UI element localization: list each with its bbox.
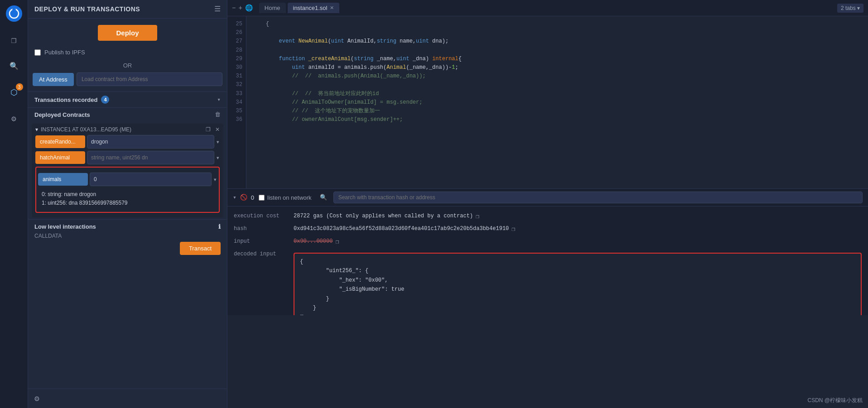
deploy-button[interactable]: Deploy [98, 25, 157, 41]
sidebar-menu-icon[interactable]: ☰ [214, 5, 221, 14]
contract-instance-header: ▾ INSTANCE1 AT 0XA13...EAD95 (ME) ❐ ✕ [35, 126, 220, 133]
tab-close-icon[interactable]: ✕ [330, 5, 334, 11]
nav-search-icon[interactable]: 🔍 [5, 57, 23, 75]
listen-row: listen on network [259, 194, 312, 201]
tx-details: execution cost 28722 gas (Cost only appl… [227, 206, 868, 315]
execution-cost-label: execution cost [234, 213, 288, 219]
tx-toolbar-icons: ▾ 🚫 0 [233, 194, 254, 201]
hash-copy[interactable]: ❐ [511, 226, 515, 233]
nav-plugin-icon[interactable]: ⚙ [5, 110, 23, 128]
input-strikethrough: 0x90...00000 [294, 238, 333, 245]
sidebar-bottom: ⚙ [28, 389, 227, 408]
listen-label: listen on network [267, 194, 312, 201]
zoom-out-icon[interactable]: − [232, 5, 236, 12]
input-value: 0x90...00000 ❐ [294, 238, 339, 245]
instance-copy-icon[interactable]: ❐ [206, 126, 211, 133]
publish-checkbox[interactable] [34, 49, 41, 56]
hash-row: hash 0xd941c3c0823a98c5ea56f52d88a023d60… [234, 223, 862, 235]
createrando-chevron[interactable]: ▾ [216, 138, 220, 146]
instance-chevron[interactable]: ▾ [35, 126, 38, 133]
instance1-tab-label: instance1.sol [293, 5, 328, 11]
hatchanimal-input[interactable] [87, 151, 214, 164]
animals-input[interactable] [90, 173, 212, 186]
globe-icon[interactable]: 🌐 [245, 4, 253, 12]
hatchanimal-chevron[interactable]: ▾ [216, 154, 220, 162]
home-tab-label: Home [265, 5, 280, 11]
low-level-section: Low level interactions ℹ CALLDATA Transa… [28, 219, 227, 259]
deployed-contracts-header[interactable]: Deployed Contracts 🗑 [28, 107, 227, 122]
animals-output: 0: string: name drogon 1: uint256: dna 8… [38, 188, 217, 209]
at-address-button[interactable]: At Address [33, 73, 74, 86]
home-tab[interactable]: Home [259, 3, 286, 13]
tx-chevron-icon[interactable]: ▾ [233, 194, 236, 201]
instance-close-icon[interactable]: ✕ [215, 126, 220, 133]
tx-ban-icon[interactable]: 🚫 [240, 194, 247, 201]
decoded-input-content: { "uint256_": { "_hex": "0x00", "_isBigN… [300, 257, 855, 312]
publish-row: Publish to IPFS [28, 47, 227, 60]
input-label: input [234, 238, 288, 245]
low-level-title: Low level interactions [34, 223, 96, 230]
animals-button[interactable]: animals [38, 173, 88, 186]
code-area: 25 26 27 28 29 30 31 32 33 34 35 36 { ev… [227, 16, 868, 188]
tx-toolbar: ▾ 🚫 0 listen on network 🔍 [227, 189, 868, 206]
nav-deploy-icon[interactable]: ⬡ 3 [5, 83, 23, 101]
animals-chevron[interactable]: ▾ [213, 176, 217, 183]
transact-button[interactable]: Transact [180, 242, 221, 255]
app-logo [5, 5, 23, 23]
createrando-input[interactable] [87, 135, 214, 149]
zoom-in-icon[interactable]: + [238, 5, 242, 12]
tabs-right: 2 tabs ▾ [837, 4, 863, 13]
animals-row: animals ▾ [38, 173, 217, 186]
transactions-header[interactable]: Transactions recorded 4 ▾ [28, 91, 227, 107]
input-row: input 0x90...00000 ❐ [234, 235, 862, 248]
settings-icon[interactable]: ⚙ [34, 394, 39, 403]
tx-count: 0 [251, 194, 254, 201]
transactions-chevron: ▾ [217, 96, 221, 103]
editor-zoom-controls: − + 🌐 [232, 4, 253, 12]
svg-point-2 [12, 8, 16, 12]
low-level-info-icon[interactable]: ℹ [218, 223, 221, 230]
deployed-title: Deployed Contracts [34, 111, 90, 118]
hatchanimal-button[interactable]: hatchAnimal [35, 151, 85, 164]
main-content: − + 🌐 Home instance1.sol ✕ 2 tabs ▾ 25 2… [227, 0, 868, 408]
hatchanimal-row: hatchAnimal ▾ [35, 151, 220, 164]
animals-output-1: 1: uint256: dna 8391566997885579 [42, 199, 213, 207]
code-content: { event NewAnimal(uint AnimalId,string n… [246, 16, 868, 188]
decoded-input-copy[interactable]: ❐ [300, 313, 304, 315]
createrando-row: createRando... ▾ [35, 135, 220, 149]
calldata-label: CALLDATA [34, 233, 221, 239]
decoded-input-row: decoded input { "uint256_": { "_hex": "0… [234, 248, 862, 315]
transaction-count: 4 [101, 96, 109, 104]
nav-file-icon[interactable]: ❐ [5, 31, 23, 49]
tx-panel: ▾ 🚫 0 listen on network 🔍 execution cost… [227, 188, 868, 315]
decoded-input-label: decoded input [234, 251, 288, 257]
tx-search-icon[interactable]: 🔍 [320, 194, 327, 201]
trash-icon[interactable]: 🗑 [215, 111, 221, 118]
createrando-button[interactable]: createRando... [35, 135, 85, 148]
nav-sidebar: ❐ 🔍 ⬡ 3 ⚙ [0, 0, 28, 408]
execution-cost-value: 28722 gas (Cost only applies when called… [294, 213, 479, 220]
tabs-dropdown-button[interactable]: 2 tabs ▾ [837, 4, 863, 13]
or-divider: OR [28, 60, 227, 72]
sidebar-title: DEPLOY & RUN TRANSACTIONS [34, 5, 140, 13]
hash-value: 0xd941c3c0823a98c5ea56f52d88a023d60f4ea4… [294, 226, 515, 233]
input-copy[interactable]: ❐ [335, 238, 339, 245]
editor-tabs: − + 🌐 Home instance1.sol ✕ 2 tabs ▾ [227, 0, 868, 16]
contract-instance: ▾ INSTANCE1 AT 0XA13...EAD95 (ME) ❐ ✕ cr… [32, 124, 223, 217]
sidebar-header: DEPLOY & RUN TRANSACTIONS ☰ [28, 0, 227, 19]
decoded-input-section: { "uint256_": { "_hex": "0x00", "_isBigN… [294, 253, 862, 315]
at-address-row: At Address [28, 72, 227, 91]
execution-cost-copy[interactable]: ❐ [476, 213, 479, 220]
animals-section: animals ▾ 0: string: name drogon 1: uint… [35, 167, 220, 213]
low-level-header: Low level interactions ℹ [34, 223, 221, 230]
attribution: CSDN @柠檬味小发糕 [807, 397, 863, 404]
hash-label: hash [234, 226, 288, 232]
line-numbers: 25 26 27 28 29 30 31 32 33 34 35 36 [227, 16, 246, 188]
publish-label: Publish to IPFS [44, 49, 85, 56]
tx-search-input[interactable] [333, 192, 863, 203]
at-address-input[interactable] [77, 72, 222, 86]
instance1-tab[interactable]: instance1.sol ✕ [288, 3, 340, 13]
execution-cost-row: execution cost 28722 gas (Cost only appl… [234, 210, 862, 223]
listen-checkbox[interactable] [259, 195, 265, 201]
deploy-sidebar: DEPLOY & RUN TRANSACTIONS ☰ Deploy Publi… [28, 0, 227, 408]
